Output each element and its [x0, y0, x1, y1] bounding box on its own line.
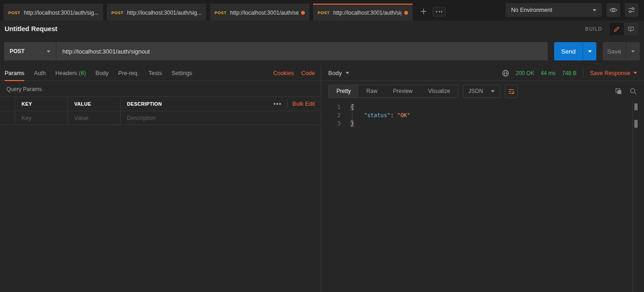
- view-tab-visualize[interactable]: Visualize: [420, 85, 458, 97]
- tab-label: Pre-req.: [118, 70, 139, 76]
- chevron-down-icon: [346, 72, 349, 74]
- code-link[interactable]: Code: [301, 70, 315, 76]
- status-badge: 200 OK: [516, 70, 534, 76]
- method-selector[interactable]: POST: [4, 42, 56, 60]
- build-mode-label: BUILD: [585, 26, 602, 32]
- url-input[interactable]: [56, 42, 548, 60]
- edit-mode-button[interactable]: [610, 23, 624, 35]
- code-content: }: [351, 120, 354, 128]
- line-number: 2: [321, 112, 341, 120]
- unsaved-dot-icon: [404, 11, 408, 15]
- column-header-description: DESCRIPTION: [121, 97, 267, 111]
- chevron-down-icon: [631, 50, 635, 53]
- view-tab-pretty[interactable]: Pretty: [329, 85, 358, 97]
- new-tab-button[interactable]: [418, 6, 429, 17]
- scrollbar-mark: [634, 120, 638, 128]
- row-handle-column: [0, 97, 15, 111]
- eye-icon: [609, 6, 617, 14]
- request-tab[interactable]: POSThttp://localhost:3001/auth/sig...: [313, 4, 413, 21]
- tab-method-label: POST: [8, 11, 20, 15]
- view-tab-raw[interactable]: Raw: [358, 85, 385, 97]
- unsaved-dot-icon: [301, 11, 305, 15]
- tab-label: Headers: [55, 70, 77, 76]
- tab-method-label: POST: [215, 11, 226, 15]
- response-format-selector[interactable]: JSON: [463, 85, 500, 98]
- request-tab[interactable]: POSThttp://localhost:3001/auth/sig...: [107, 4, 206, 21]
- search-response-button[interactable]: [629, 87, 637, 95]
- response-body-editor: 1{2 "status": "OK"3}: [321, 101, 644, 292]
- query-params-table: KEYVALUEDESCRIPTION Bulk Edit: [0, 97, 321, 125]
- environment-selector[interactable]: No Environment: [506, 3, 602, 17]
- tab-method-label: POST: [111, 11, 123, 15]
- tab-headers[interactable]: Headers(6): [55, 65, 86, 81]
- save-button-group: Save: [603, 42, 640, 60]
- param-value-input[interactable]: [68, 115, 120, 121]
- view-tab-preview[interactable]: Preview: [385, 85, 420, 97]
- environment-settings-button[interactable]: [625, 3, 638, 17]
- method-label: POST: [10, 48, 47, 54]
- column-header-label: KEY: [15, 101, 39, 107]
- save-button[interactable]: Save: [603, 42, 626, 60]
- copy-icon: [615, 87, 622, 95]
- divider: [583, 69, 583, 78]
- response-body-dropdown[interactable]: Body: [328, 70, 349, 76]
- query-params-title: Query Params: [0, 81, 321, 97]
- environment-quick-look-button[interactable]: [606, 3, 620, 17]
- window-tab-bar: POSThttp://localhost:3001/auth/sig...POS…: [0, 0, 644, 21]
- save-options-button[interactable]: [626, 42, 640, 60]
- line-number: 1: [321, 103, 341, 112]
- token-ws: [351, 112, 364, 119]
- param-key-input[interactable]: [15, 115, 67, 121]
- response-view-tabs: PrettyRawPreviewVisualize: [328, 85, 458, 98]
- chevron-down-icon: [593, 9, 596, 11]
- code-line: 2 "status": "OK": [321, 112, 644, 120]
- column-header-key: KEY: [15, 97, 68, 111]
- request-pane: ParamsAuthHeaders(6)BodyPre-req.TestsSet…: [0, 65, 321, 292]
- code-lines: 1{2 "status": "OK"3}: [321, 103, 644, 128]
- send-button[interactable]: Send: [554, 42, 583, 60]
- tab-settings[interactable]: Settings: [171, 65, 192, 81]
- tab-method-label: POST: [318, 11, 330, 15]
- tab-url-label: http://localhost:3001/auth/sig...: [333, 10, 402, 16]
- cookies-link[interactable]: Cookies: [273, 70, 294, 76]
- token-string: "OK": [397, 112, 410, 119]
- line-number: 3: [321, 120, 341, 128]
- send-options-button[interactable]: [583, 42, 596, 60]
- response-time: 44 ms: [541, 70, 556, 76]
- plus-icon: [420, 8, 427, 15]
- params-input-row: [0, 111, 321, 125]
- request-tab[interactable]: POSThttp://localhost:3001/auth/ses...: [210, 4, 309, 21]
- save-response-button[interactable]: Save Response: [590, 70, 637, 76]
- tab-url-label: http://localhost:3001/auth/sig...: [24, 10, 99, 16]
- tab-options-button[interactable]: [433, 7, 446, 16]
- params-options-button[interactable]: [273, 101, 282, 107]
- tab-prereq[interactable]: Pre-req.: [118, 65, 139, 81]
- request-tab[interactable]: POSThttp://localhost:3001/auth/sig...: [4, 4, 103, 21]
- tab-url-label: http://localhost:3001/auth/sig...: [127, 10, 202, 16]
- param-description-input[interactable]: [121, 115, 321, 121]
- chevron-down-icon: [47, 50, 50, 53]
- request-header: Untitled Request BUILD: [0, 21, 644, 37]
- token-key: "status": [364, 112, 391, 119]
- tab-auth[interactable]: Auth: [34, 65, 46, 81]
- comment-icon: [627, 26, 634, 32]
- tab-label: Settings: [171, 70, 192, 76]
- code-content: {: [351, 103, 354, 112]
- chevron-down-icon: [588, 50, 592, 53]
- chevron-down-icon: [491, 90, 495, 92]
- tab-body[interactable]: Body: [95, 65, 109, 81]
- scrollbar-track: [633, 101, 633, 292]
- tab-params[interactable]: Params: [5, 65, 24, 81]
- code-line: 3}: [321, 120, 644, 128]
- token-bracket: }: [351, 120, 354, 127]
- bulk-edit-link[interactable]: Bulk Edit: [292, 101, 315, 107]
- request-title: Untitled Request: [5, 25, 57, 32]
- environment-area: No Environment: [506, 3, 644, 21]
- format-label: JSON: [468, 88, 483, 94]
- url-builder: POST Send Save: [0, 37, 644, 65]
- copy-response-button[interactable]: [615, 87, 622, 95]
- wrap-text-button[interactable]: [505, 85, 518, 98]
- globe-icon: [502, 70, 509, 77]
- comments-button[interactable]: [624, 23, 638, 35]
- tab-tests[interactable]: Tests: [149, 65, 162, 81]
